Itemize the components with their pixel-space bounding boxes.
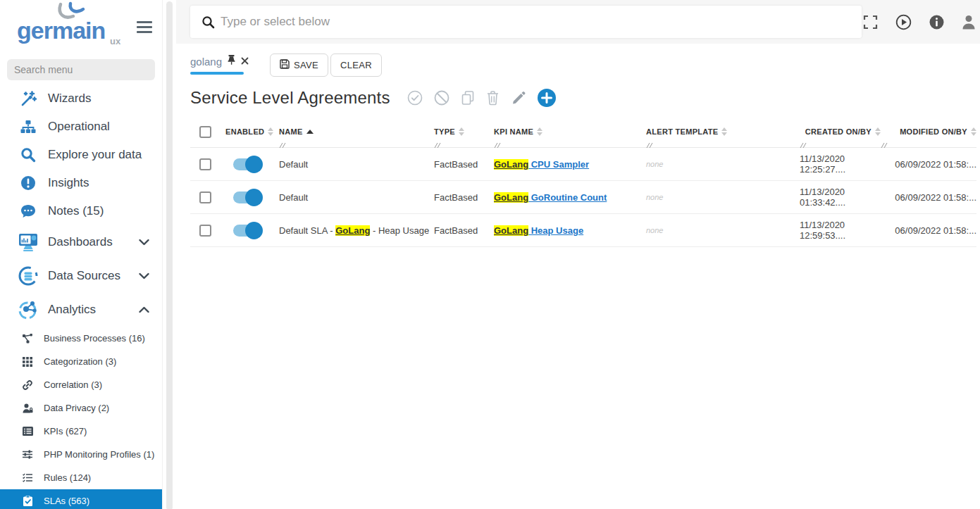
column-header-label: NAME (279, 127, 303, 136)
kpi-name-link[interactable]: GoLang Heap Usage (494, 225, 583, 236)
sidebar-item-label: KPIs (627) (44, 426, 87, 436)
sort-icon[interactable] (268, 127, 273, 136)
column-header-modified[interactable]: MODIFIED ON/BY (881, 122, 976, 141)
sidebar-item-label: Business Processes (16) (44, 333, 145, 344)
sort-icon[interactable] (721, 127, 727, 136)
alert-template-value: none (646, 226, 663, 234)
pin-icon[interactable] (227, 55, 236, 68)
modified-on-by: 06/09/2022 01:58:... (881, 192, 976, 203)
global-search (190, 6, 862, 38)
kpi-name-link[interactable]: GoLang CPU Sampler (494, 159, 589, 170)
remove-tag-icon[interactable] (241, 55, 249, 68)
column-resize-handle[interactable] (279, 142, 286, 150)
sidebar-item-data-sources[interactable]: Data Sources (0, 259, 162, 293)
add-button[interactable] (537, 88, 557, 108)
sidebar-search-input[interactable] (7, 59, 155, 80)
logo-ux-text: ux (110, 36, 120, 46)
column-header-name[interactable]: NAME (279, 122, 434, 141)
app-window: germain ux Wizards (0, 0, 980, 509)
enabled-toggle[interactable] (233, 191, 260, 203)
filter-tag-golang[interactable]: golang (190, 54, 250, 75)
sidebar-item-php-monitoring-profiles[interactable]: PHP Monitoring Profiles (1) (0, 443, 162, 466)
sort-asc-icon[interactable] (306, 130, 314, 134)
sidebar-item-explore[interactable]: Explore your data (0, 141, 162, 169)
clear-button-label: CLEAR (340, 60, 372, 70)
hamburger-menu-icon[interactable] (137, 18, 152, 36)
global-search-input[interactable] (221, 6, 862, 38)
created-on-by: 11/13/2020 01:33:42.... (800, 187, 881, 208)
play-circle-icon[interactable] (895, 14, 912, 30)
table-row: Default SLA - GoLang - Heap Usage FactBa… (190, 214, 976, 247)
enabled-toggle[interactable] (233, 158, 260, 170)
tasks-icon (20, 473, 35, 482)
alert-template-value: none (646, 193, 663, 201)
sidebar-menu: Wizards Operational Explore your data (0, 84, 162, 509)
pencil-icon[interactable] (511, 91, 526, 106)
sidebar-item-wizards[interactable]: Wizards (0, 84, 162, 113)
chevron-up-icon (139, 303, 149, 316)
save-button[interactable]: SAVE (270, 54, 328, 77)
sidebar-item-label: Correlation (3) (44, 379, 102, 390)
sidebar-item-label: Insights (48, 176, 162, 190)
active-tag-underline (190, 72, 244, 75)
column-header-enabled[interactable]: ENABLED (225, 122, 279, 141)
filter-tag-label: golang (190, 56, 222, 68)
sitemap-icon (17, 118, 39, 135)
select-all-checkbox[interactable] (199, 126, 211, 138)
database-icon (17, 265, 39, 287)
table-header-row: ENABLED NAME TYPE (190, 118, 976, 148)
trash-icon[interactable] (486, 90, 500, 106)
sidebar-item-rules[interactable]: Rules (124) (0, 466, 162, 489)
sort-icon[interactable] (537, 127, 542, 136)
column-header-created[interactable]: CREATED ON/BY (800, 122, 881, 141)
sidebar-item-data-privacy[interactable]: Data Privacy (2) (0, 396, 162, 420)
clipboard-check-icon (20, 496, 35, 506)
column-resize-handle[interactable] (494, 142, 501, 150)
sidebar-item-label: SLAs (563) (44, 496, 89, 506)
info-circle-icon[interactable] (929, 15, 944, 30)
row-checkbox[interactable] (199, 158, 211, 170)
scrollbar-thumb[interactable] (166, 1, 173, 509)
page-title: Service Level Agreements (190, 88, 390, 108)
column-header-alert-template[interactable]: ALERT TEMPLATE (646, 122, 800, 141)
column-header-label: MODIFIED ON/BY (900, 127, 967, 136)
kpi-name-link[interactable]: GoLang GoRoutine Count (494, 192, 607, 203)
user-icon[interactable] (962, 15, 976, 30)
copy-icon[interactable] (461, 90, 475, 106)
sort-icon[interactable] (971, 127, 976, 136)
sort-icon[interactable] (875, 127, 881, 136)
row-checkbox[interactable] (199, 191, 211, 203)
sidebar-item-label: Wizards (48, 92, 162, 106)
check-circle-icon[interactable] (407, 90, 423, 106)
ban-icon[interactable] (434, 90, 449, 106)
sidebar-scrollbar[interactable] (162, 0, 176, 509)
sidebar-item-business-processes[interactable]: Business Processes (16) (0, 327, 162, 350)
sidebar-item-operational[interactable]: Operational (0, 113, 162, 141)
column-resize-handle[interactable] (881, 142, 888, 150)
fullscreen-icon[interactable] (863, 15, 878, 30)
column-resize-handle[interactable] (434, 142, 441, 150)
row-checkbox[interactable] (199, 225, 211, 237)
sidebar-item-slas[interactable]: SLAs (563) (0, 489, 162, 509)
column-header-kpi-name[interactable]: KPI NAME (494, 122, 646, 141)
column-resize-handle[interactable] (800, 142, 807, 150)
sort-icon[interactable] (459, 127, 464, 136)
logo-row: germain ux (0, 0, 162, 56)
column-header-label: KPI NAME (494, 127, 533, 136)
column-header-type[interactable]: TYPE (434, 122, 494, 141)
sidebar-item-correlation[interactable]: Correlation (3) (0, 373, 162, 396)
sidebar-item-dashboards[interactable]: Dashboards (0, 225, 162, 259)
sidebar-item-analytics[interactable]: Analytics (0, 293, 162, 327)
sla-type: FactBased (434, 225, 494, 236)
sidebar-item-label: Data Sources (48, 269, 139, 283)
sidebar-item-insights[interactable]: Insights (0, 169, 162, 197)
sidebar-item-kpis[interactable]: KPIs (627) (0, 420, 162, 443)
sidebar-item-label: Explore your data (48, 148, 162, 162)
sidebar-item-notes[interactable]: Notes (15) (0, 197, 162, 225)
enabled-toggle[interactable] (233, 225, 260, 237)
sla-table: ENABLED NAME TYPE (190, 118, 976, 247)
column-resize-handle[interactable] (646, 142, 653, 150)
sidebar-item-categorization[interactable]: Categorization (3) (0, 350, 162, 373)
clear-button[interactable]: CLEAR (330, 54, 382, 77)
title-action-icons (407, 88, 557, 108)
